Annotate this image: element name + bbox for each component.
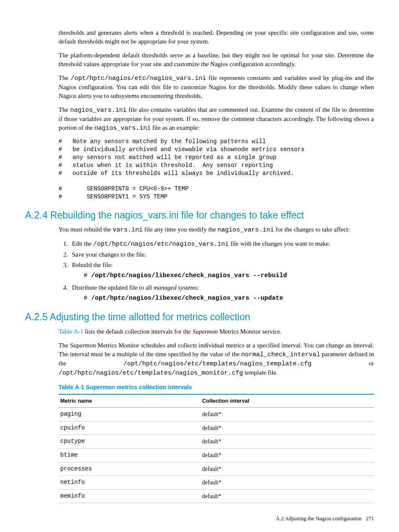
- body-text-block: thresholds and generates alerts when a t…: [59, 28, 374, 201]
- list-item: Distribute the updated file to all manag…: [69, 283, 374, 303]
- prompt: #: [84, 272, 91, 279]
- metric-name-cell: cpuinfo: [59, 421, 200, 435]
- code-block: # Note any sensors matched by the follow…: [59, 138, 374, 201]
- metrics-table: Metric name Collection interval pagingde…: [59, 394, 374, 503]
- table-row: processesdefault*: [59, 462, 374, 476]
- text: file with the changes you want to make.: [229, 240, 330, 247]
- section-heading-a25: A.2.5 Adjusting the time allotted for me…: [25, 310, 374, 324]
- inline-code: nagios_vars.ini: [70, 107, 127, 114]
- paragraph: The /opt/hptc/nagios/etc/nagios_vars.ini…: [59, 74, 374, 100]
- table-row: cpuinfodefault*: [59, 421, 374, 435]
- paragraph: The platform-dependent default threshold…: [59, 51, 374, 69]
- text: s:: [195, 284, 199, 291]
- inline-code: normal_check_interval: [241, 351, 320, 358]
- footer-section: A.2 Adjusting the Nagios configuration: [276, 515, 361, 522]
- table-header-metric: Metric name: [59, 394, 200, 408]
- text: You must rebuild the: [59, 226, 113, 233]
- section-body: You must rebuild the vars.ini file any t…: [59, 225, 374, 303]
- interval-cell: default*: [200, 435, 374, 449]
- interval-cell: default*: [200, 462, 374, 476]
- command: /opt/hptc/nagios/libexec/check_nagios_va…: [91, 295, 283, 302]
- table-header-interval: Collection interval: [200, 394, 374, 408]
- command-line: # /opt/hptc/nagios/libexec/check_nagios_…: [84, 271, 374, 280]
- paragraph: The Supermon Metrics Monitor schedules a…: [59, 341, 374, 378]
- command: /opt/hptc/nagios/libexec/check_nagios_va…: [91, 272, 287, 279]
- text: Metrics Monitor service.: [218, 328, 281, 335]
- inline-code: /opt/hptc/nagios/etc/nagios_vars.ini: [93, 241, 229, 248]
- text: for the changes to take affect:: [274, 226, 350, 233]
- text: The: [59, 106, 70, 113]
- metric-name-cell: processes: [59, 462, 200, 476]
- table-row: netinfodefault*: [59, 476, 374, 490]
- inline-code: vars.ini: [113, 226, 143, 234]
- section-heading-a24: A.2.4 Rebuilding the nagios_vars.ini fil…: [25, 208, 374, 222]
- table-row: cputypedefault*: [59, 435, 374, 449]
- italic-term: Supermon: [192, 328, 218, 335]
- text: file as an example:: [151, 124, 200, 131]
- inline-code: /opt/hptc/nagios/etc/templates/nagios_mo…: [59, 370, 243, 377]
- table-row: meminfodefault*: [59, 489, 374, 503]
- inline-code: nagios_vars.ini: [94, 125, 151, 132]
- command-line: # /opt/hptc/nagios/libexec/check_nagios_…: [84, 294, 374, 303]
- list-item: Rebuild the file: # /opt/hptc/nagios/lib…: [69, 261, 374, 280]
- page-number: 271: [366, 515, 374, 522]
- text: file any time you modify the: [143, 226, 217, 233]
- text: template file.: [243, 369, 278, 376]
- text: Edit the: [72, 240, 93, 247]
- paragraph: Table A-1 lists the default collection i…: [59, 327, 374, 336]
- table-row: pagingdefault*: [59, 408, 374, 421]
- table-row: btimedefault*: [59, 449, 374, 463]
- metric-name-cell: meminfo: [59, 489, 200, 503]
- text: Rebuild the file:: [72, 262, 113, 268]
- metric-name-cell: netinfo: [59, 476, 200, 490]
- metric-name-cell: cputype: [59, 435, 200, 449]
- paragraph: The nagios_vars.ini file also contains v…: [59, 105, 374, 133]
- text: The: [59, 75, 71, 81]
- table-caption: Table A-1 Supermon metrics collection in…: [59, 383, 374, 392]
- list-item: Save your changes to the file.: [69, 250, 374, 259]
- inline-code: nagios_vars.ini: [217, 226, 274, 234]
- section-body: Table A-1 lists the default collection i…: [59, 327, 374, 504]
- table-reference-link[interactable]: Table A-1: [59, 328, 83, 335]
- list-item: Edit the /opt/hptc/nagios/etc/nagios_var…: [69, 239, 374, 249]
- italic-term: managed system: [153, 284, 195, 291]
- text: lists the default collection intervals f…: [83, 328, 192, 335]
- ordered-list: Edit the /opt/hptc/nagios/etc/nagios_var…: [59, 239, 374, 303]
- paragraph: You must rebuild the vars.ini file any t…: [59, 225, 374, 234]
- metric-name-cell: btime: [59, 449, 200, 463]
- page-footer: A.2 Adjusting the Nagios configuration 2…: [25, 515, 374, 522]
- text: or: [312, 360, 374, 367]
- interval-cell: default*: [200, 449, 374, 463]
- inline-code: /opt/hptc/nagios/etc/templates/nagios_te…: [123, 360, 312, 368]
- metric-name-cell: paging: [59, 408, 200, 421]
- interval-cell: default*: [200, 476, 374, 490]
- interval-cell: default*: [200, 421, 374, 435]
- paragraph: thresholds and generates alerts when a t…: [59, 28, 374, 46]
- interval-cell: default*: [200, 408, 374, 421]
- interval-cell: default*: [200, 489, 374, 503]
- inline-code: /opt/hptc/nagios/etc/nagios_vars.ini: [71, 75, 206, 82]
- prompt: #: [84, 295, 91, 302]
- text: Distribute the updated file to all: [72, 284, 153, 291]
